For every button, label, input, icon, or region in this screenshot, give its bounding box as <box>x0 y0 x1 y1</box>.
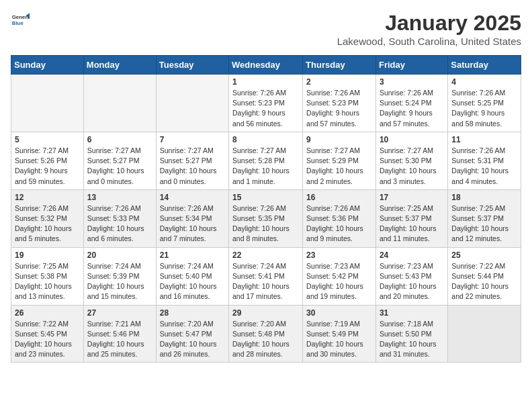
day-number: 24 <box>380 250 444 260</box>
day-number: 22 <box>232 250 299 260</box>
calendar-day-cell: 4Sunrise: 7:26 AMSunset: 5:25 PMDaylight… <box>448 75 521 132</box>
calendar-day-cell: 14Sunrise: 7:26 AMSunset: 5:34 PMDayligh… <box>156 189 228 247</box>
day-info: Sunrise: 7:27 AMSunset: 5:28 PMDaylight:… <box>232 146 299 187</box>
weekday-header-sunday: Sunday <box>11 56 84 75</box>
calendar-day-cell: 30Sunrise: 7:19 AMSunset: 5:49 PMDayligh… <box>303 305 376 363</box>
weekday-header-friday: Friday <box>375 56 447 75</box>
day-number: 12 <box>15 193 80 202</box>
day-number: 18 <box>451 193 517 202</box>
day-number: 27 <box>87 308 152 318</box>
day-number: 21 <box>160 250 225 260</box>
day-info: Sunrise: 7:26 AMSunset: 5:23 PMDaylight:… <box>232 88 299 129</box>
day-number: 19 <box>15 250 80 260</box>
calendar-day-cell: 7Sunrise: 7:27 AMSunset: 5:27 PMDaylight… <box>156 132 228 189</box>
svg-text:Blue: Blue <box>12 20 24 26</box>
calendar-day-cell: 22Sunrise: 7:24 AMSunset: 5:41 PMDayligh… <box>229 247 303 305</box>
day-info: Sunrise: 7:26 AMSunset: 5:32 PMDaylight:… <box>15 203 80 244</box>
calendar-day-cell: 16Sunrise: 7:26 AMSunset: 5:36 PMDayligh… <box>303 189 376 247</box>
day-number: 16 <box>306 193 372 202</box>
title-area: January 2025 Lakewood, South Carolina, U… <box>337 11 521 47</box>
logo-icon: General Blue <box>11 11 30 30</box>
calendar-day-cell: 8Sunrise: 7:27 AMSunset: 5:28 PMDaylight… <box>229 132 303 189</box>
calendar-day-cell: 28Sunrise: 7:20 AMSunset: 5:47 PMDayligh… <box>156 305 228 363</box>
weekday-header-monday: Monday <box>83 56 156 75</box>
day-info: Sunrise: 7:27 AMSunset: 5:29 PMDaylight:… <box>306 146 372 187</box>
page-header: General Blue January 2025 Lakewood, Sout… <box>11 11 521 47</box>
day-info: Sunrise: 7:22 AMSunset: 5:45 PMDaylight:… <box>15 319 80 360</box>
day-info: Sunrise: 7:26 AMSunset: 5:34 PMDaylight:… <box>160 203 225 244</box>
weekday-header-row: SundayMondayTuesdayWednesdayThursdayFrid… <box>11 56 521 75</box>
calendar-day-cell: 10Sunrise: 7:27 AMSunset: 5:30 PMDayligh… <box>375 132 447 189</box>
day-info: Sunrise: 7:20 AMSunset: 5:48 PMDaylight:… <box>232 319 299 360</box>
day-info: Sunrise: 7:24 AMSunset: 5:39 PMDaylight:… <box>87 261 152 302</box>
calendar-week-row: 26Sunrise: 7:22 AMSunset: 5:45 PMDayligh… <box>11 305 521 363</box>
weekday-header-tuesday: Tuesday <box>156 56 228 75</box>
day-info: Sunrise: 7:25 AMSunset: 5:38 PMDaylight:… <box>15 261 80 302</box>
weekday-header-wednesday: Wednesday <box>229 56 303 75</box>
day-info: Sunrise: 7:22 AMSunset: 5:44 PMDaylight:… <box>451 261 517 302</box>
calendar-day-cell: 6Sunrise: 7:27 AMSunset: 5:27 PMDaylight… <box>83 132 156 189</box>
day-info: Sunrise: 7:27 AMSunset: 5:30 PMDaylight:… <box>380 146 444 187</box>
day-info: Sunrise: 7:26 AMSunset: 5:33 PMDaylight:… <box>87 203 152 244</box>
weekday-header-saturday: Saturday <box>448 56 521 75</box>
calendar-week-row: 5Sunrise: 7:27 AMSunset: 5:26 PMDaylight… <box>11 132 521 189</box>
day-number: 14 <box>160 193 225 202</box>
day-number: 7 <box>160 135 225 144</box>
day-info: Sunrise: 7:26 AMSunset: 5:25 PMDaylight:… <box>451 88 517 129</box>
day-number: 28 <box>160 308 225 318</box>
calendar-day-cell: 29Sunrise: 7:20 AMSunset: 5:48 PMDayligh… <box>229 305 303 363</box>
calendar-day-cell: 9Sunrise: 7:27 AMSunset: 5:29 PMDaylight… <box>303 132 376 189</box>
day-number: 20 <box>87 250 152 260</box>
day-number: 17 <box>380 193 444 202</box>
day-number: 10 <box>380 135 444 144</box>
day-number: 6 <box>87 135 152 144</box>
day-info: Sunrise: 7:27 AMSunset: 5:26 PMDaylight:… <box>15 146 80 187</box>
calendar-day-cell: 2Sunrise: 7:26 AMSunset: 5:23 PMDaylight… <box>303 75 376 132</box>
day-info: Sunrise: 7:23 AMSunset: 5:42 PMDaylight:… <box>306 261 372 302</box>
calendar-day-cell <box>448 305 521 363</box>
day-info: Sunrise: 7:24 AMSunset: 5:41 PMDaylight:… <box>232 261 299 302</box>
day-info: Sunrise: 7:26 AMSunset: 5:24 PMDaylight:… <box>380 88 444 129</box>
calendar-day-cell: 12Sunrise: 7:26 AMSunset: 5:32 PMDayligh… <box>11 189 84 247</box>
calendar-day-cell: 5Sunrise: 7:27 AMSunset: 5:26 PMDaylight… <box>11 132 84 189</box>
day-info: Sunrise: 7:24 AMSunset: 5:40 PMDaylight:… <box>160 261 225 302</box>
day-number: 30 <box>306 308 372 318</box>
day-number: 11 <box>451 135 517 144</box>
day-number: 2 <box>306 77 372 87</box>
calendar-table: SundayMondayTuesdayWednesdayThursdayFrid… <box>11 55 521 363</box>
day-number: 8 <box>232 135 299 144</box>
calendar-day-cell <box>156 75 228 132</box>
calendar-week-row: 19Sunrise: 7:25 AMSunset: 5:38 PMDayligh… <box>11 247 521 305</box>
calendar-day-cell: 15Sunrise: 7:26 AMSunset: 5:35 PMDayligh… <box>229 189 303 247</box>
calendar-day-cell: 13Sunrise: 7:26 AMSunset: 5:33 PMDayligh… <box>83 189 156 247</box>
day-number: 15 <box>232 193 299 202</box>
calendar-week-row: 12Sunrise: 7:26 AMSunset: 5:32 PMDayligh… <box>11 189 521 247</box>
day-info: Sunrise: 7:20 AMSunset: 5:47 PMDaylight:… <box>160 319 225 360</box>
day-number: 4 <box>451 77 517 87</box>
calendar-day-cell: 11Sunrise: 7:26 AMSunset: 5:31 PMDayligh… <box>448 132 521 189</box>
day-number: 25 <box>451 250 517 260</box>
calendar-title: January 2025 <box>337 11 521 36</box>
day-number: 9 <box>306 135 372 144</box>
day-info: Sunrise: 7:18 AMSunset: 5:50 PMDaylight:… <box>380 319 444 360</box>
day-info: Sunrise: 7:23 AMSunset: 5:43 PMDaylight:… <box>380 261 444 302</box>
calendar-day-cell <box>11 75 84 132</box>
calendar-day-cell: 27Sunrise: 7:21 AMSunset: 5:46 PMDayligh… <box>83 305 156 363</box>
calendar-day-cell: 23Sunrise: 7:23 AMSunset: 5:42 PMDayligh… <box>303 247 376 305</box>
day-info: Sunrise: 7:25 AMSunset: 5:37 PMDaylight:… <box>380 203 444 244</box>
day-info: Sunrise: 7:26 AMSunset: 5:23 PMDaylight:… <box>306 88 372 129</box>
day-number: 29 <box>232 308 299 318</box>
day-info: Sunrise: 7:19 AMSunset: 5:49 PMDaylight:… <box>306 319 372 360</box>
day-number: 3 <box>380 77 444 87</box>
day-info: Sunrise: 7:26 AMSunset: 5:31 PMDaylight:… <box>451 146 517 187</box>
day-number: 23 <box>306 250 372 260</box>
day-number: 13 <box>87 193 152 202</box>
calendar-day-cell: 19Sunrise: 7:25 AMSunset: 5:38 PMDayligh… <box>11 247 84 305</box>
day-info: Sunrise: 7:26 AMSunset: 5:35 PMDaylight:… <box>232 203 299 244</box>
logo: General Blue <box>11 11 30 30</box>
calendar-subtitle: Lakewood, South Carolina, United States <box>337 36 521 47</box>
calendar-day-cell: 1Sunrise: 7:26 AMSunset: 5:23 PMDaylight… <box>229 75 303 132</box>
day-info: Sunrise: 7:25 AMSunset: 5:37 PMDaylight:… <box>451 203 517 244</box>
calendar-day-cell: 25Sunrise: 7:22 AMSunset: 5:44 PMDayligh… <box>448 247 521 305</box>
day-number: 26 <box>15 308 80 318</box>
